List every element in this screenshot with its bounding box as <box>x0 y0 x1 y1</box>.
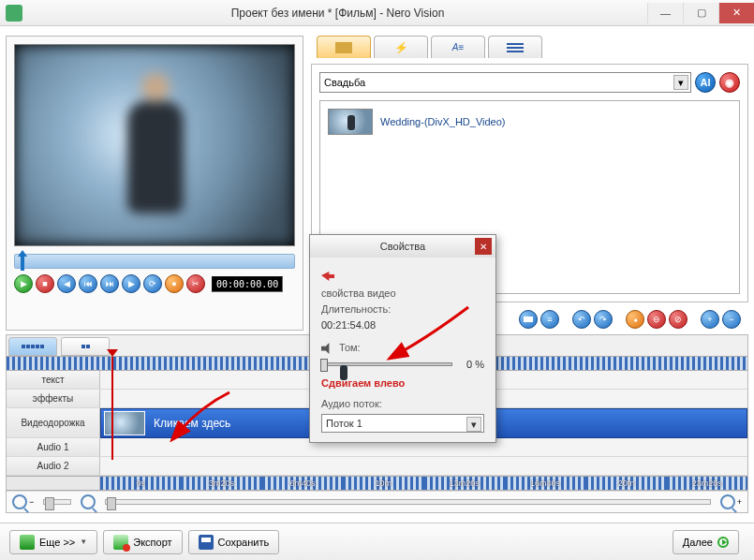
timecode-display: 00:00:00.00 <box>212 276 283 292</box>
time-tick: 3m20s <box>181 477 261 490</box>
window-title: Проект без имени * [Фильм] - Nero Vision <box>28 7 647 20</box>
bottom-toolbar: Еще >> ▼ Экспорт Сохранить Далее <box>0 523 754 560</box>
tab-media[interactable] <box>317 36 371 58</box>
time-tick: 20m <box>585 477 666 490</box>
audio-stream-value: Поток 1 <box>326 418 362 429</box>
bolt-icon <box>394 41 408 54</box>
save-icon <box>199 535 214 550</box>
media-item[interactable]: Wedding-(DivX_HD_Video) <box>328 109 732 135</box>
tab-list[interactable] <box>488 36 542 58</box>
folder-dropdown-value: Свадьба <box>324 77 365 88</box>
text-icon <box>452 42 465 52</box>
svg-rect-0 <box>524 317 533 322</box>
tab-effects[interactable] <box>374 36 428 58</box>
media-tabs <box>317 36 748 60</box>
redo-button[interactable]: ↷ <box>594 310 613 329</box>
next-button[interactable]: Далее <box>673 530 739 554</box>
loop-button[interactable]: ⟳ <box>143 274 162 293</box>
filter-rec-button[interactable]: ◉ <box>719 72 740 93</box>
folder-dropdown[interactable]: Свадьба ▾ <box>319 72 691 93</box>
time-tick: 6m40s <box>262 477 343 490</box>
media-item-label: Wedding-(DivX_HD_Video) <box>380 116 506 127</box>
time-tick: 13m20s <box>424 477 505 490</box>
export-icon <box>113 535 128 550</box>
time-tick: 10m <box>343 477 423 490</box>
filter-all-button[interactable]: Al <box>695 72 716 93</box>
next-frame-button[interactable]: ▶ <box>122 274 140 293</box>
save-button[interactable]: Сохранить <box>188 530 280 554</box>
clear-button[interactable]: ⊘ <box>669 310 687 329</box>
annotation-arrow-click <box>173 388 239 446</box>
next-arrow-icon <box>717 537 729 548</box>
list-icon <box>507 43 524 52</box>
audio-stream-label: Аудио поток: <box>321 398 484 409</box>
dropdown-arrow-icon: ▾ <box>466 417 481 432</box>
film-icon <box>335 42 352 53</box>
transport-controls: ▶ ■ ◀ ⏮ ⏭ ▶ ⟳ ● ✂ 00:00:00.00 <box>14 274 295 293</box>
stop-button[interactable]: ■ <box>36 274 54 293</box>
chevron-down-icon: ▼ <box>80 538 87 546</box>
forward-button[interactable]: ⏭ <box>100 274 119 293</box>
zoom-icon[interactable] <box>81 494 96 509</box>
dropdown-arrow-icon: ▾ <box>673 75 688 90</box>
list-view-button[interactable]: ≡ <box>540 310 559 329</box>
remove-button[interactable]: − <box>722 310 741 329</box>
media-thumbnail <box>328 109 373 135</box>
dialog-titlebar[interactable]: Свойства ✕ <box>310 235 495 258</box>
add-media-button[interactable] <box>519 310 538 329</box>
playhead[interactable] <box>111 357 113 460</box>
more-icon <box>20 535 35 550</box>
add-button[interactable]: + <box>701 310 719 329</box>
export-button[interactable]: Экспорт <box>103 530 182 554</box>
undo-button[interactable]: ↶ <box>572 310 591 329</box>
video-preview[interactable] <box>14 44 295 246</box>
zoom-in-icon[interactable] <box>720 494 735 509</box>
delete-button[interactable]: ⊖ <box>647 310 666 329</box>
more-button[interactable]: Еще >> ▼ <box>9 530 97 554</box>
timeline-time-ruler[interactable]: 0s 3m20s 6m40s 10m 13m20s 16m40s 20m 23m… <box>7 476 747 491</box>
tab-text[interactable] <box>431 36 485 58</box>
record-button[interactable]: ● <box>165 274 184 293</box>
app-icon <box>6 5 22 22</box>
timeline-tab-timeline[interactable] <box>61 337 110 356</box>
save-label: Сохранить <box>218 537 270 548</box>
zoom-slider-left[interactable] <box>43 499 71 505</box>
time-tick: 0s <box>100 477 181 490</box>
zoom-out-icon[interactable] <box>12 494 27 509</box>
preview-panel: ▶ ■ ◀ ⏮ ⏭ ▶ ⟳ ● ✂ 00:00:00.00 <box>6 36 303 331</box>
time-tick: 16m40s <box>505 477 585 490</box>
prev-frame-button[interactable]: ◀ <box>57 274 76 293</box>
tom-label: Том: <box>339 342 361 353</box>
timeline-zoom-controls: − + <box>7 491 747 512</box>
play-button[interactable]: ▶ <box>14 274 33 293</box>
cut-button[interactable]: ✂ <box>186 274 205 293</box>
time-tick: 23m20s <box>667 477 747 490</box>
audio-stream-dropdown[interactable]: Поток 1 ▾ <box>321 414 484 433</box>
maximize-button[interactable]: ▢ <box>683 3 718 23</box>
dialog-close-button[interactable]: ✕ <box>475 238 492 255</box>
dialog-title-label: Свойства <box>380 241 425 252</box>
track-label-audio1: Audio 1 <box>7 438 100 456</box>
export-label: Экспорт <box>133 537 171 548</box>
next-label: Далее <box>683 537 713 548</box>
rewind-button[interactable]: ⏮ <box>79 274 97 293</box>
scrub-bar[interactable] <box>14 254 295 269</box>
track-label-effects: эффекты <box>7 390 100 407</box>
titlebar: Проект без имени * [Фильм] - Nero Vision… <box>0 0 754 26</box>
track-audio2[interactable] <box>100 457 747 475</box>
track-label-video: Видеодорожка <box>7 408 100 437</box>
pin-icon <box>321 272 334 281</box>
scrub-pointer-icon[interactable] <box>18 250 27 273</box>
zoom-slider-main[interactable] <box>105 499 710 505</box>
speaker-icon <box>321 343 333 354</box>
minimize-button[interactable]: — <box>647 3 683 23</box>
track-label-audio2: Audio 2 <box>7 457 100 475</box>
volume-thumb[interactable] <box>320 359 328 372</box>
close-button[interactable]: ✕ <box>718 3 754 23</box>
annotation-arrow-slider <box>393 298 478 365</box>
more-label: Еще >> <box>39 537 75 548</box>
marker-button[interactable]: ⬥ <box>626 310 644 329</box>
track-label-text: текст <box>7 371 100 389</box>
clip-thumbnail <box>104 411 145 435</box>
timeline-tab-storyboard[interactable] <box>8 337 57 356</box>
